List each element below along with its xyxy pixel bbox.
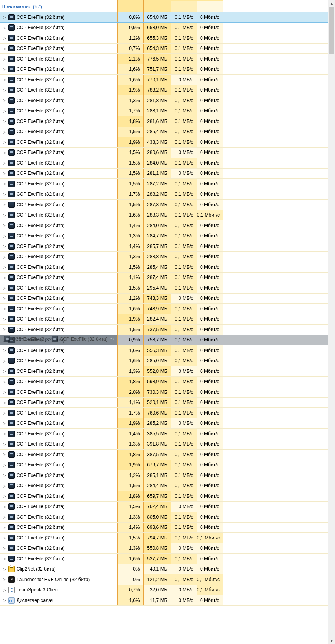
expand-icon[interactable]: ▷ [2, 182, 6, 186]
expand-icon[interactable]: ▷ [2, 77, 6, 82]
table-row[interactable]: ▷CCP ExeFile (32 бита)1,3%805,0 МБ0,1 МБ… [0, 512, 328, 523]
expand-icon[interactable]: ▷ [2, 130, 6, 134]
table-row[interactable]: ▷CCP ExeFile (32 бита)1,5%285,4 МБ0,1 МБ… [0, 127, 328, 137]
group-header[interactable]: Приложения (57) [0, 4, 42, 9]
table-row[interactable]: ▷CCP ExeFile (32 бита)1,7%288,2 МБ0,1 МБ… [0, 189, 328, 200]
scroll-up-button[interactable]: ▲ [328, 0, 335, 7]
table-row[interactable]: ▷CCP ExeFile (32 бита)1,3%550,8 МБ0 МБ/с… [0, 543, 328, 554]
table-row[interactable]: ▷CCP ExeFile (32 бита)1,9%679,7 МБ0,1 МБ… [0, 460, 328, 470]
table-row[interactable]: ▷CCP ExeFile (32 бита)1,8%281,6 МБ0,1 МБ… [0, 116, 328, 127]
expand-icon[interactable]: ▷ [2, 296, 6, 301]
expand-icon[interactable]: ▷ [2, 213, 6, 217]
expand-icon[interactable]: ▷ [2, 452, 6, 457]
table-row[interactable]: ▷CCP ExeFile (32 бита)1,9%438,3 МБ0,1 МБ… [0, 137, 328, 148]
table-row[interactable]: ▷CCP ExeFile (32 бита)1,4%285,7 МБ0,1 МБ… [0, 241, 328, 252]
table-row[interactable]: ▷CCP ExeFile (32 бита)1,3%281,8 МБ0,1 МБ… [0, 95, 328, 106]
scroll-thumb[interactable] [329, 7, 334, 54]
expand-icon[interactable]: ▷ [2, 36, 6, 40]
process-table[interactable]: Приложения (57)▷CCP ExeFile (32 бита)0,8… [0, 0, 328, 606]
expand-icon[interactable]: ▷ [2, 286, 6, 290]
table-row[interactable]: ▷CCP ExeFile (32 бита)1,1%287,4 МБ0,1 МБ… [0, 272, 328, 283]
expand-icon[interactable]: ▷ [2, 46, 6, 51]
table-row[interactable]: ▷CCP ExeFile (32 бита)2,0%730,3 МБ0,1 МБ… [0, 387, 328, 398]
expand-icon[interactable]: ▷ [2, 577, 6, 582]
expand-icon[interactable]: ▷ [2, 202, 6, 207]
expand-icon[interactable]: ▷ [2, 390, 6, 394]
expand-icon[interactable]: ▷ [2, 598, 6, 602]
table-row[interactable]: ▷CCP ExeFile (32 бита)1,5%280,6 МБ0 МБ/с… [0, 147, 328, 158]
expand-icon[interactable]: ▷ [2, 67, 6, 72]
expand-icon[interactable]: ▷ [2, 15, 6, 19]
expand-icon[interactable]: ▷ [2, 505, 6, 509]
expand-icon[interactable]: ▷ [2, 536, 6, 540]
expand-icon[interactable]: ▷ [2, 192, 6, 196]
table-row[interactable]: ▷CCP ExeFile (32 бита)1,9%783,2 МБ0,1 МБ… [0, 85, 328, 95]
table-row[interactable]: ▷CCP ExeFile (32 бита)1,3%284,7 МБ0,1 МБ… [0, 231, 328, 241]
expand-icon[interactable]: ▷ [2, 150, 6, 155]
expand-icon[interactable]: ▷ [2, 411, 6, 415]
table-row[interactable]: ▷CCP ExeFile (32 бита)1,6%555,3 МБ0,1 МБ… [0, 345, 328, 356]
table-row[interactable]: ▷CCP ExeFile (32 бита)1,5%285,4 МБ0,1 МБ… [0, 262, 328, 273]
table-row[interactable]: ▷CCP ExeFile (32 бита)1,4%284,0 МБ0,1 МБ… [0, 220, 328, 231]
expand-icon[interactable]: ▷ [2, 26, 6, 30]
expand-icon[interactable]: ▷ [2, 431, 6, 436]
expand-icon[interactable]: ▷ [2, 348, 6, 352]
table-row[interactable]: ▷CCP ExeFile (32 бита)CCP ExeFile (3CCP … [0, 335, 328, 345]
expand-icon[interactable]: ▷ [2, 463, 6, 467]
table-row[interactable]: ▷Диспетчер задач1,6%11,7 МБ0 МБ/с0 Мбит/… [0, 595, 328, 606]
expand-icon[interactable]: ▷ [2, 306, 6, 311]
expand-icon[interactable]: ▷ [2, 223, 6, 228]
table-row[interactable]: ▷CCP ExeFile (32 бита)1,5%287,8 МБ0,1 МБ… [0, 200, 328, 210]
expand-icon[interactable]: ▷ [2, 109, 6, 113]
expand-icon[interactable]: ▷ [2, 244, 6, 248]
table-row[interactable]: ▷CCP ExeFile (32 бита)1,2%285,1 МБ0,1 МБ… [0, 470, 328, 481]
table-row[interactable]: ▷CCP ExeFile (32 бита)1,7%283,1 МБ0,1 МБ… [0, 106, 328, 116]
table-row[interactable]: ▷CCP ExeFile (32 бита)1,5%762,4 МБ0 МБ/с… [0, 501, 328, 512]
expand-icon[interactable]: ▷ [2, 369, 6, 373]
expand-icon[interactable]: ▷ [2, 265, 6, 269]
table-row[interactable]: ▷CCP ExeFile (32 бита)1,5%287,2 МБ0,1 МБ… [0, 179, 328, 189]
expand-icon[interactable]: ▷ [2, 119, 6, 123]
table-row[interactable]: ▷CCP ExeFile (32 бита)1,6%288,3 МБ0,1 МБ… [0, 210, 328, 220]
table-row[interactable]: ▷CCP ExeFile (32 бита)1,8%659,7 МБ0,1 МБ… [0, 491, 328, 502]
expand-icon[interactable]: ▷ [2, 338, 6, 342]
table-row[interactable]: ▷CCP ExeFile (32 бита)1,6%770,1 МБ0 МБ/с… [0, 75, 328, 85]
expand-icon[interactable]: ▷ [2, 588, 6, 592]
expand-icon[interactable]: ▷ [2, 442, 6, 446]
scroll-down-button[interactable]: ▼ [328, 637, 335, 644]
table-row[interactable]: ▷CCP ExeFile (32 бита)1,7%760,6 МБ0,1 МБ… [0, 408, 328, 418]
table-row[interactable]: ▷CCP ExeFile (32 бита)1,5%737,5 МБ0,1 МБ… [0, 325, 328, 335]
expand-icon[interactable]: ▷ [2, 234, 6, 238]
vertical-scrollbar[interactable]: ▲ ▼ [328, 0, 335, 644]
table-row[interactable]: ▷CCP ExeFile (32 бита)1,6%285,0 МБ0,1 МБ… [0, 356, 328, 366]
table-row[interactable]: ▷CCP ExeFile (32 бита)1,2%743,3 МБ0 МБ/с… [0, 293, 328, 304]
table-row[interactable]: ▷Clip2Net (32 бита)0%49,1 МБ0 МБ/с0 Мбит… [0, 564, 328, 574]
table-row[interactable]: ▷CCP ExeFile (32 бита)1,3%552,8 МБ0 МБ/с… [0, 366, 328, 377]
table-row[interactable]: ▷CCP ExeFile (32 бита)1,5%295,4 МБ0,1 МБ… [0, 283, 328, 294]
table-row[interactable]: ▷CCP ExeFile (32 бита)2,1%776,5 МБ0,1 МБ… [0, 54, 328, 64]
table-row[interactable]: ▷CCP ExeFile (32 бита)1,5%794,7 МБ0,1 МБ… [0, 533, 328, 543]
expand-icon[interactable]: ▷ [2, 88, 6, 92]
table-row[interactable]: ▷CCP ExeFile (32 бита)1,3%283,8 МБ0,1 МБ… [0, 251, 328, 262]
expand-icon[interactable]: ▷ [2, 400, 6, 405]
expand-icon[interactable]: ▷ [2, 515, 6, 519]
expand-icon[interactable]: ▷ [2, 567, 6, 571]
expand-icon[interactable]: ▷ [2, 421, 6, 426]
expand-icon[interactable]: ▷ [2, 317, 6, 321]
expand-icon[interactable]: ▷ [2, 140, 6, 144]
table-row[interactable]: ▷CCP ExeFile (32 бита)0,8%654,8 МБ0,1 МБ… [0, 12, 328, 23]
table-row[interactable]: ▷CCP ExeFile (32 бита)1,6%751,7 МБ0,1 МБ… [0, 64, 328, 75]
table-row[interactable]: ▷CCP ExeFile (32 бита)1,8%598,9 МБ0,1 МБ… [0, 376, 328, 387]
expand-icon[interactable]: ▷ [2, 473, 6, 477]
expand-icon[interactable]: ▷ [2, 494, 6, 498]
table-row[interactable]: ▷CCP ExeFile (32 бита)1,1%520,1 МБ0,1 МБ… [0, 397, 328, 408]
expand-icon[interactable]: ▷ [2, 546, 6, 550]
table-row[interactable]: ▷EVELauncher for EVE Online (32 бита)0%1… [0, 574, 328, 585]
table-row[interactable]: ▷CCP ExeFile (32 бита)1,4%385,5 МБ0,1 МБ… [0, 429, 328, 439]
table-row[interactable]: ▷CCP ExeFile (32 бита)1,9%282,4 МБ0,1 МБ… [0, 314, 328, 325]
expand-icon[interactable]: ▷ [2, 484, 6, 488]
expand-icon[interactable]: ▷ [2, 98, 6, 103]
table-row[interactable]: ▷CCP ExeFile (32 бита)1,9%285,2 МБ0 МБ/с… [0, 418, 328, 429]
table-row[interactable]: ▷CCP ExeFile (32 бита)1,2%655,3 МБ0,1 МБ… [0, 33, 328, 44]
table-row[interactable]: ▷CCP ExeFile (32 бита)0,7%654,3 МБ0,1 МБ… [0, 43, 328, 54]
